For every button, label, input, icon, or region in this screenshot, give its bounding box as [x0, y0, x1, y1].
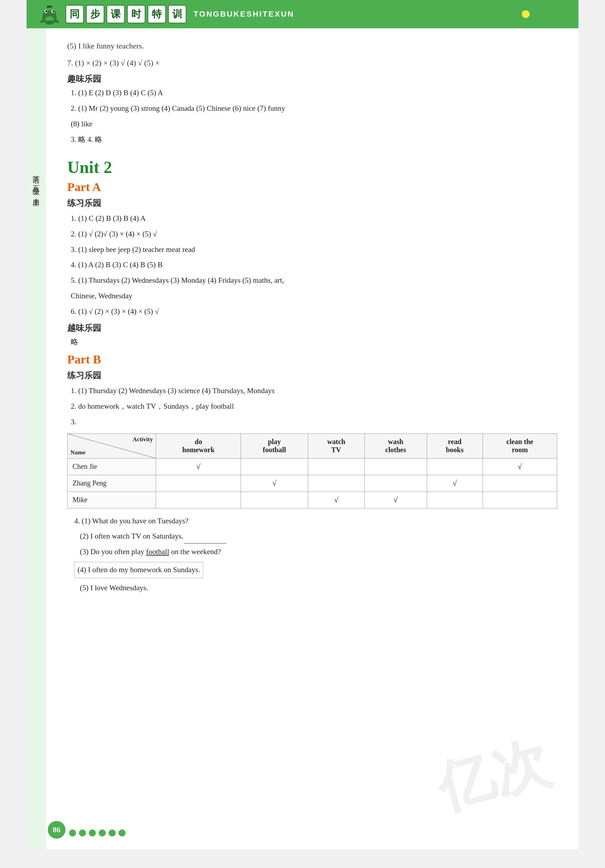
table-header-play-football: playfootball [241, 434, 308, 458]
table-cell-mike-name: Mike [68, 491, 156, 508]
svg-point-5 [45, 10, 47, 12]
left-sidebar: 英语 五年级 （上册） [26, 28, 46, 849]
partA-title: Part A [67, 180, 557, 194]
partA-line-6: Chinese, Wednesday [67, 289, 557, 303]
table-cell-mike-clean [483, 491, 557, 508]
svg-point-6 [53, 10, 54, 12]
table-cell-mike-watchtv: √ [308, 491, 364, 508]
table-header-watch-tv: watchTV [308, 434, 364, 458]
bottom-dot-6 [119, 829, 125, 837]
watermark: 亿次 [429, 724, 558, 827]
sidebar-label-vol: （上册） [31, 191, 41, 197]
partB-line-1: 1. (1) Thursday (2) Wednesdays (3) scien… [67, 384, 557, 398]
table-cell-mike-homework [156, 491, 241, 508]
table-cell-chenjie-read [427, 458, 483, 475]
fun-line-1: 1. (1) E (2) D (3) B (4) C (5) A [67, 86, 557, 100]
table-cell-mike-wash: √ [364, 491, 427, 508]
table-header-activity: Activity Name [68, 434, 156, 458]
partB-title: Part B [67, 353, 557, 366]
partA-line-2: 2. (1) √ (2)√ (3) × (4) × (5) √ [67, 227, 557, 241]
partA-line-5: 5. (1) Thursdays (2) Wednesdays (3) Mond… [67, 274, 557, 288]
char-bu: 步 [86, 5, 104, 23]
table-header-name-bottom: Name [70, 449, 85, 456]
bottom-dot-3 [89, 829, 96, 837]
char-tong: 同 [65, 5, 84, 23]
bottom-dots [69, 829, 125, 837]
svg-point-7 [45, 16, 54, 22]
partA-section-label: 练习乐园 [67, 197, 557, 209]
sidebar-label-yingyu: 英语 [31, 170, 41, 173]
table-row-mike: Mike √ √ [68, 491, 557, 508]
char-xun: 训 [168, 5, 186, 23]
question-4-4: (4) I often do my homework on Sundays. [74, 562, 203, 578]
partA-line-4: 4. (1) A (2) B (3) C (4) B (5) B [67, 258, 557, 272]
partA-fun-label: 越味乐园 [67, 322, 557, 334]
header-title-cn: 同 步 课 时 特 训 [65, 5, 186, 23]
table-cell-zhangpeng-clean [483, 475, 557, 491]
table-cell-chenjie-name: Chen Jie [68, 458, 156, 475]
char-ke: 课 [107, 5, 125, 23]
table-row-zhangpeng: Zhang Peng √ √ [68, 475, 557, 491]
question-4-3: (3) Do you often play football on the we… [74, 545, 557, 559]
question-4-1: 4. (1) What do you have on Tuesdays? [74, 514, 557, 528]
dot-5 [545, 9, 555, 19]
table-header-activity-top: Activity [133, 436, 153, 443]
intro-line-1: (5) I like funny teachers. [67, 39, 557, 53]
question-4-2: (2) I often watch TV on Saturdays. [74, 529, 557, 544]
char-shi: 时 [127, 5, 145, 23]
table-cell-chenjie-homework: √ [156, 458, 241, 475]
partA-line-1: 1. (1) C (2) B (3) B (4) A [67, 212, 557, 226]
partA-line-7: 6. (1) √ (2) × (3) × (4) × (5) √ [67, 305, 557, 319]
partB-line-2: 2. do homework，watch TV，Sundays，play foo… [67, 400, 557, 414]
fun-line-4: 3. 略 4. 略 [67, 133, 557, 147]
header: 同 步 课 时 特 训 TONGBUKESHITEXUN [26, 0, 579, 28]
table-cell-zhangpeng-name: Zhang Peng [68, 475, 156, 491]
main-content: (5) I like funny teachers. 7. (1) × (2) … [46, 28, 579, 618]
bottom-dot-1 [69, 829, 76, 837]
table-row-chenjie: Chen Jie √ √ [68, 458, 557, 475]
svg-rect-11 [47, 6, 53, 8]
fun-line-2: 2. (1) Mr (2) young (3) strong (4) Canad… [67, 102, 557, 116]
table-cell-mike-football [241, 491, 308, 508]
sidebar-label-grade: 五年级 [31, 180, 41, 184]
partB-table-label: 3. [67, 415, 557, 429]
table-cell-chenjie-football [241, 458, 308, 475]
table-cell-chenjie-watchtv [308, 458, 364, 475]
question-4-5: (5) I love Wednesdays. [74, 581, 557, 595]
intro-line-2: 7. (1) × (2) × (3) √ (4) √ (5) × [67, 56, 557, 70]
bottom-dot-2 [79, 829, 86, 837]
activity-table: Activity Name dohomework playfootball wa… [67, 434, 557, 508]
header-dots [501, 9, 568, 19]
bottom-dot-4 [99, 829, 106, 837]
page-number: 86 [48, 821, 65, 839]
table-cell-chenjie-wash [364, 458, 427, 475]
fun-label-1: 趣味乐园 [67, 73, 557, 85]
table-cell-zhangpeng-homework [156, 475, 241, 491]
table-cell-chenjie-clean: √ [483, 458, 557, 475]
partB-section-label: 练习乐园 [67, 370, 557, 381]
table-header-wash-clothes: washclothes [364, 434, 427, 458]
fun-line-3: (8) like [67, 117, 557, 131]
table-header-do-homework: dohomework [156, 434, 241, 458]
table-cell-zhangpeng-wash [364, 475, 427, 491]
dot-4 [532, 9, 542, 19]
char-te: 特 [147, 5, 166, 23]
dot-3 [522, 10, 530, 18]
table-header-read-books: readbooks [427, 434, 483, 458]
table-cell-mike-read [427, 491, 483, 508]
dot-1 [501, 10, 508, 18]
dot-6 [558, 9, 568, 19]
unit2-title: Unit 2 [67, 158, 557, 177]
bottom-dot-5 [108, 829, 116, 837]
dot-2 [511, 10, 519, 18]
table-cell-zhangpeng-watchtv [308, 475, 364, 491]
logo [37, 2, 62, 26]
table-header-clean-room: clean theroom [483, 434, 557, 458]
partA-line-3: 3. (1) sleep bee jeep (2) teacher meat r… [67, 243, 557, 257]
header-title-en: TONGBUKESHITEXUN [193, 9, 294, 19]
page: 同 步 课 时 特 训 TONGBUKESHITEXUN 英语 五年级 （上册）… [26, 0, 579, 849]
table-cell-zhangpeng-read: √ [427, 475, 483, 491]
table-cell-zhangpeng-football: √ [241, 475, 308, 491]
partA-fun-line-1: 略 [67, 335, 557, 349]
